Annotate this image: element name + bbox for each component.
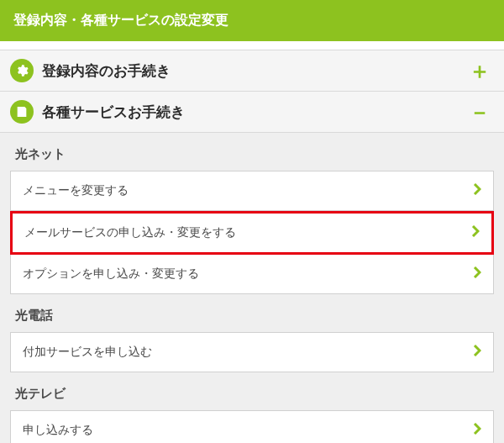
list-item-mail-service[interactable]: メールサービスの申し込み・変更をする [10, 211, 494, 255]
gear-icon [10, 59, 34, 82]
accordion-label: 各種サービスお手続き [42, 103, 469, 122]
accordion-label: 登録内容のお手続き [42, 61, 469, 81]
spacer [0, 41, 504, 50]
accordion-registration[interactable]: 登録内容のお手続き ＋ [0, 50, 504, 92]
list-item-option-change[interactable]: オプションを申し込み・変更する [10, 254, 494, 294]
list-item-label: メニューを変更する [23, 183, 473, 198]
plus-icon: ＋ [469, 60, 491, 82]
section-heading-hikari-net: 光ネット [0, 133, 504, 171]
chevron-right-icon [473, 423, 481, 438]
list-item-label: オプションを申し込み・変更する [23, 266, 473, 282]
list-hikari-phone: 付加サービスを申し込む [0, 332, 504, 372]
list-hikari-net: メニューを変更する メールサービスの申し込み・変更をする オプションを申し込み・… [0, 171, 504, 294]
page-header: 登録内容・各種サービスの設定変更 [0, 0, 504, 41]
form-icon [10, 100, 34, 124]
list-hikari-tv: 申し込みする [0, 410, 504, 443]
services-content: 光ネット メニューを変更する メールサービスの申し込み・変更をする オプションを… [0, 133, 504, 443]
list-item-change-menu[interactable]: メニューを変更する [10, 171, 494, 211]
page-title: 登録内容・各種サービスの設定変更 [13, 13, 228, 27]
list-item-additional-service[interactable]: 付加サービスを申し込む [10, 332, 494, 372]
list-item-label: 申し込みする [23, 423, 473, 438]
list-item-label: メールサービスの申し込み・変更をする [24, 225, 471, 240]
minus-icon: － [469, 101, 491, 123]
list-item-label: 付加サービスを申し込む [23, 345, 473, 360]
chevron-right-icon [471, 225, 480, 240]
chevron-right-icon [473, 345, 481, 360]
section-heading-hikari-phone: 光電話 [0, 294, 504, 332]
chevron-right-icon [473, 183, 481, 198]
list-item-apply[interactable]: 申し込みする [10, 410, 494, 443]
chevron-right-icon [473, 266, 481, 282]
accordion-services[interactable]: 各種サービスお手続き － [0, 92, 504, 133]
section-heading-hikari-tv: 光テレビ [0, 372, 504, 410]
